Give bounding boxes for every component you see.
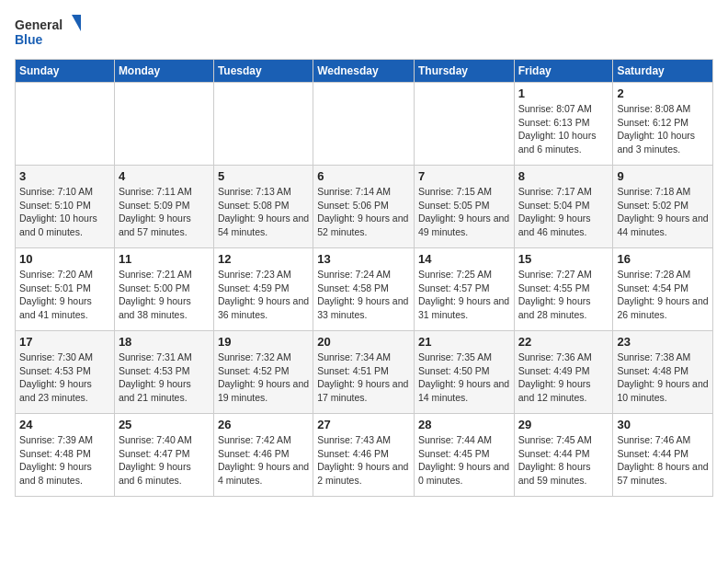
day-header-saturday: Saturday [613,60,713,83]
week-row-5: 24Sunrise: 7:39 AM Sunset: 4:48 PM Dayli… [16,414,713,497]
calendar-body: 1Sunrise: 8:07 AM Sunset: 6:13 PM Daylig… [16,83,713,497]
calendar-cell [213,83,313,166]
day-number: 1 [518,86,609,100]
calendar-cell [414,83,514,166]
day-number: 9 [617,169,709,183]
day-number: 23 [617,335,709,349]
day-number: 29 [518,418,609,431]
calendar-cell: 16Sunrise: 7:28 AM Sunset: 4:54 PM Dayli… [613,248,713,331]
day-number: 2 [617,86,709,100]
day-detail: Sunrise: 7:17 AM Sunset: 5:04 PM Dayligh… [518,185,609,239]
week-row-1: 1Sunrise: 8:07 AM Sunset: 6:13 PM Daylig… [16,83,713,166]
day-number: 22 [518,335,609,349]
week-row-4: 17Sunrise: 7:30 AM Sunset: 4:53 PM Dayli… [16,331,713,414]
calendar-cell: 8Sunrise: 7:17 AM Sunset: 5:04 PM Daylig… [514,166,613,248]
day-detail: Sunrise: 8:08 AM Sunset: 6:12 PM Dayligh… [617,102,709,156]
day-number: 11 [119,252,210,266]
day-detail: Sunrise: 7:27 AM Sunset: 4:55 PM Dayligh… [518,268,609,322]
day-detail: Sunrise: 7:38 AM Sunset: 4:48 PM Dayligh… [617,350,709,405]
day-detail: Sunrise: 8:07 AM Sunset: 6:13 PM Dayligh… [518,102,609,156]
day-number: 15 [518,252,609,266]
week-row-2: 3Sunrise: 7:10 AM Sunset: 5:10 PM Daylig… [16,166,713,248]
day-number: 27 [317,418,410,431]
day-detail: Sunrise: 7:25 AM Sunset: 4:57 PM Dayligh… [418,268,510,322]
day-detail: Sunrise: 7:18 AM Sunset: 5:02 PM Dayligh… [617,185,709,239]
day-header-thursday: Thursday [414,60,514,83]
calendar-cell: 2Sunrise: 8:08 AM Sunset: 6:12 PM Daylig… [613,83,713,166]
calendar-cell: 9Sunrise: 7:18 AM Sunset: 5:02 PM Daylig… [613,166,713,248]
svg-marker-2 [72,15,81,31]
day-header-friday: Friday [514,60,613,83]
day-number: 21 [418,335,510,349]
calendar-cell [114,83,213,166]
day-detail: Sunrise: 7:20 AM Sunset: 5:01 PM Dayligh… [19,268,110,322]
calendar-cell [313,83,415,166]
calendar-cell: 29Sunrise: 7:45 AM Sunset: 4:44 PM Dayli… [514,414,613,497]
day-header-tuesday: Tuesday [213,60,313,83]
day-number: 8 [518,169,609,183]
day-number: 28 [418,418,510,431]
calendar-cell [16,83,115,166]
day-number: 12 [218,252,309,266]
day-detail: Sunrise: 7:39 AM Sunset: 4:48 PM Dayligh… [19,433,110,488]
day-number: 17 [19,335,110,349]
day-detail: Sunrise: 7:14 AM Sunset: 5:06 PM Dayligh… [317,185,410,239]
day-number: 10 [19,252,110,266]
day-detail: Sunrise: 7:46 AM Sunset: 4:44 PM Dayligh… [617,433,709,488]
day-header-sunday: Sunday [16,60,115,83]
week-row-3: 10Sunrise: 7:20 AM Sunset: 5:01 PM Dayli… [16,248,713,331]
day-number: 18 [119,335,210,349]
day-number: 13 [317,252,410,266]
day-detail: Sunrise: 7:24 AM Sunset: 4:58 PM Dayligh… [317,268,410,322]
calendar-cell: 13Sunrise: 7:24 AM Sunset: 4:58 PM Dayli… [313,248,415,331]
day-detail: Sunrise: 7:34 AM Sunset: 4:51 PM Dayligh… [317,350,410,405]
day-number: 24 [19,418,110,431]
logo: General Blue [15,15,88,52]
day-number: 4 [119,169,210,183]
day-number: 5 [218,169,309,183]
calendar-cell: 21Sunrise: 7:35 AM Sunset: 4:50 PM Dayli… [414,331,514,414]
calendar-cell: 14Sunrise: 7:25 AM Sunset: 4:57 PM Dayli… [414,248,514,331]
calendar-cell: 6Sunrise: 7:14 AM Sunset: 5:06 PM Daylig… [313,166,415,248]
logo-svg: General Blue [15,15,88,52]
day-header-wednesday: Wednesday [313,60,415,83]
svg-text:General: General [15,17,63,32]
day-number: 20 [317,335,410,349]
calendar-cell: 23Sunrise: 7:38 AM Sunset: 4:48 PM Dayli… [613,331,713,414]
day-detail: Sunrise: 7:10 AM Sunset: 5:10 PM Dayligh… [19,185,110,239]
header: General Blue [15,15,713,52]
calendar-cell: 27Sunrise: 7:43 AM Sunset: 4:46 PM Dayli… [313,414,415,497]
calendar-cell: 15Sunrise: 7:27 AM Sunset: 4:55 PM Dayli… [514,248,613,331]
day-detail: Sunrise: 7:23 AM Sunset: 4:59 PM Dayligh… [218,268,309,322]
calendar-cell: 20Sunrise: 7:34 AM Sunset: 4:51 PM Dayli… [313,331,415,414]
calendar-cell: 25Sunrise: 7:40 AM Sunset: 4:47 PM Dayli… [114,414,213,497]
calendar-cell: 5Sunrise: 7:13 AM Sunset: 5:08 PM Daylig… [213,166,313,248]
calendar-cell: 26Sunrise: 7:42 AM Sunset: 4:46 PM Dayli… [213,414,313,497]
day-detail: Sunrise: 7:44 AM Sunset: 4:45 PM Dayligh… [418,433,510,488]
day-detail: Sunrise: 7:36 AM Sunset: 4:49 PM Dayligh… [518,350,609,405]
day-number: 19 [218,335,309,349]
calendar-cell: 10Sunrise: 7:20 AM Sunset: 5:01 PM Dayli… [16,248,115,331]
calendar-cell: 28Sunrise: 7:44 AM Sunset: 4:45 PM Dayli… [414,414,514,497]
calendar-cell: 3Sunrise: 7:10 AM Sunset: 5:10 PM Daylig… [16,166,115,248]
day-detail: Sunrise: 7:30 AM Sunset: 4:53 PM Dayligh… [19,350,110,405]
day-detail: Sunrise: 7:28 AM Sunset: 4:54 PM Dayligh… [617,268,709,322]
calendar-cell: 17Sunrise: 7:30 AM Sunset: 4:53 PM Dayli… [16,331,115,414]
day-detail: Sunrise: 7:42 AM Sunset: 4:46 PM Dayligh… [218,433,309,488]
calendar-cell: 24Sunrise: 7:39 AM Sunset: 4:48 PM Dayli… [16,414,115,497]
day-number: 26 [218,418,309,431]
day-detail: Sunrise: 7:11 AM Sunset: 5:09 PM Dayligh… [119,185,210,239]
calendar-cell: 11Sunrise: 7:21 AM Sunset: 5:00 PM Dayli… [114,248,213,331]
day-detail: Sunrise: 7:31 AM Sunset: 4:53 PM Dayligh… [119,350,210,405]
calendar-header-row: SundayMondayTuesdayWednesdayThursdayFrid… [16,60,713,83]
calendar-cell: 7Sunrise: 7:15 AM Sunset: 5:05 PM Daylig… [414,166,514,248]
day-detail: Sunrise: 7:32 AM Sunset: 4:52 PM Dayligh… [218,350,309,405]
day-number: 30 [617,418,709,431]
day-detail: Sunrise: 7:35 AM Sunset: 4:50 PM Dayligh… [418,350,510,405]
day-detail: Sunrise: 7:43 AM Sunset: 4:46 PM Dayligh… [317,433,410,488]
day-detail: Sunrise: 7:15 AM Sunset: 5:05 PM Dayligh… [418,185,510,239]
day-number: 6 [317,169,410,183]
calendar-table: SundayMondayTuesdayWednesdayThursdayFrid… [15,59,713,497]
day-detail: Sunrise: 7:45 AM Sunset: 4:44 PM Dayligh… [518,433,609,488]
day-number: 14 [418,252,510,266]
